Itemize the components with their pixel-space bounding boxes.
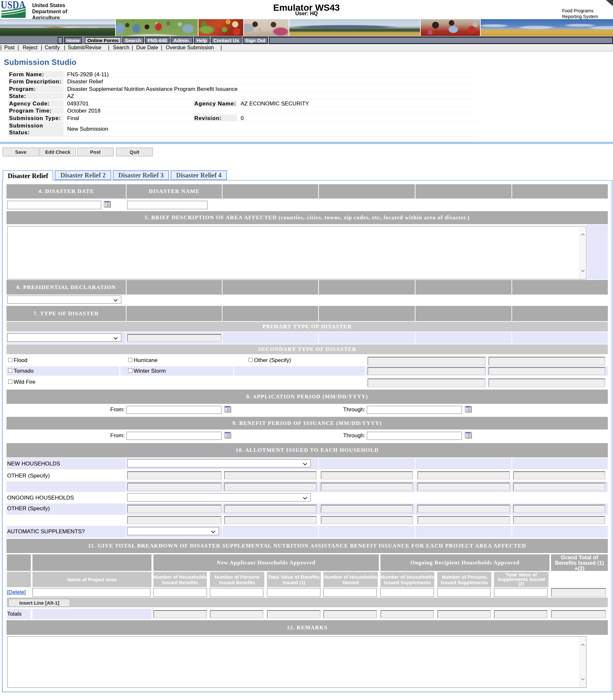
svg-text:USDA: USDA bbox=[1, 0, 26, 11]
